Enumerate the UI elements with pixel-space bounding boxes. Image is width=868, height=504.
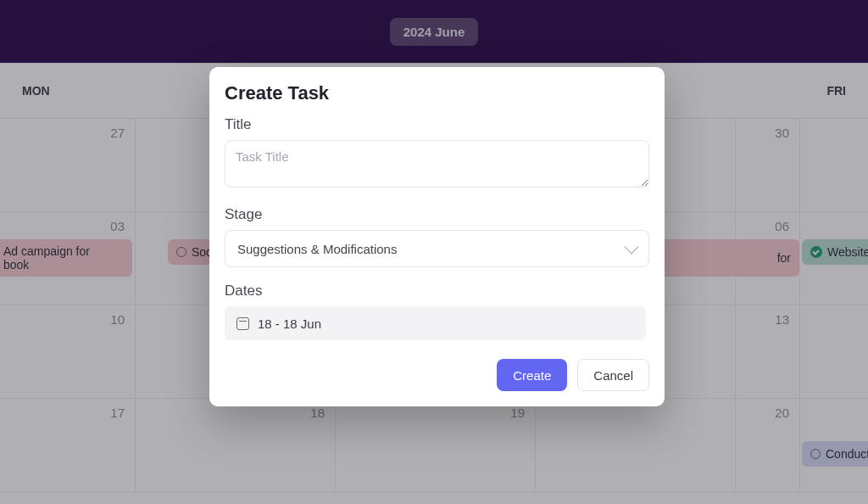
dates-field-label: Dates [225,283,649,300]
stage-field-label: Stage [225,206,649,223]
create-button-label: Create [513,368,551,383]
create-task-modal: Create Task Title Stage Suggestions & Mo… [209,67,665,406]
modal-title: Create Task [225,82,649,104]
task-title-input[interactable] [225,140,649,188]
title-field-label: Title [225,116,649,133]
create-button[interactable]: Create [497,359,567,391]
chevron-down-icon [625,240,639,255]
modal-actions: Create Cancel [225,359,649,391]
date-range-picker[interactable]: 18 - 18 Jun [225,306,646,340]
stage-select[interactable]: Suggestions & Modifications [225,230,649,267]
date-range-value: 18 - 18 Jun [258,316,321,331]
calendar-icon [236,317,249,330]
cancel-button-label: Cancel [593,368,633,383]
stage-selected-value: Suggestions & Modifications [237,242,397,256]
cancel-button[interactable]: Cancel [577,359,649,391]
